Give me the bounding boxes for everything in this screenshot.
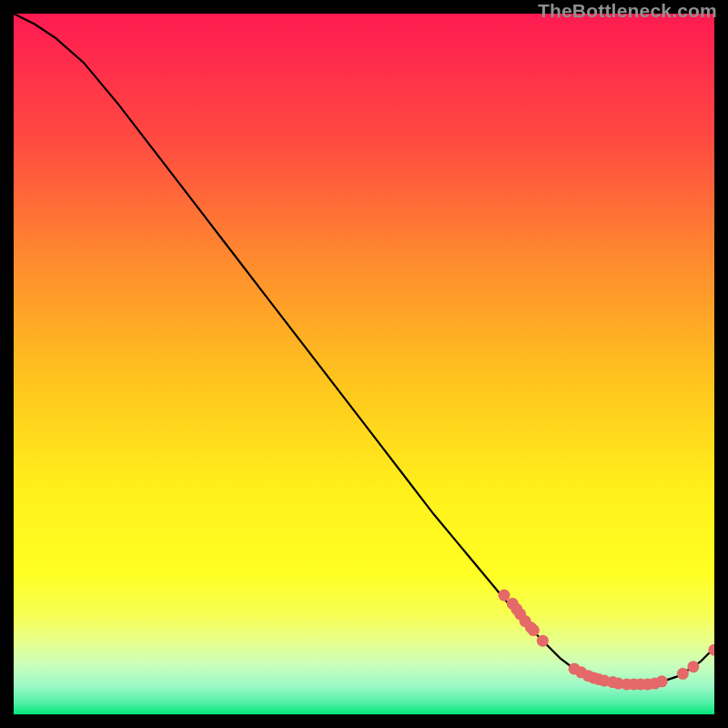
watermark-text: TheBottleneck.com [538, 0, 717, 22]
data-marker [656, 675, 668, 687]
data-marker [677, 668, 689, 680]
gradient-background [14, 14, 714, 714]
data-marker [528, 624, 540, 636]
data-marker [499, 590, 511, 602]
data-marker [687, 661, 699, 672]
data-marker [537, 635, 549, 647]
bottleneck-chart [14, 14, 714, 714]
